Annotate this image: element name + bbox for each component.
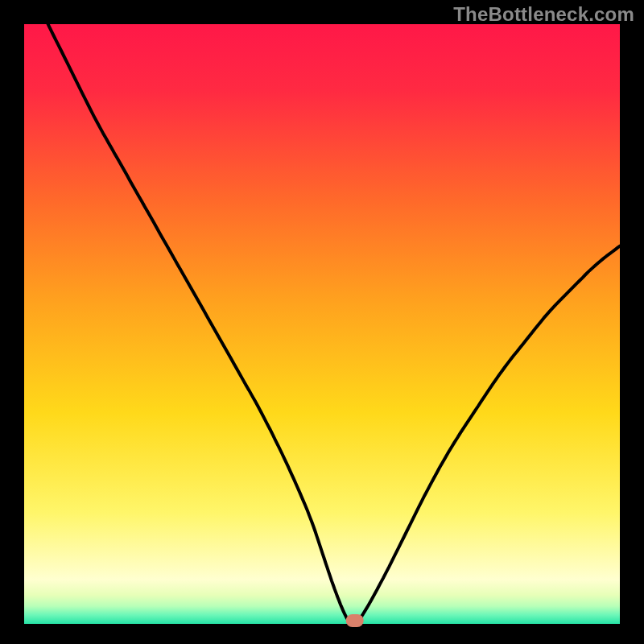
plot-area — [24, 24, 620, 627]
optimal-point-marker — [346, 614, 364, 627]
bottleneck-chart — [0, 0, 644, 644]
chart-container: TheBottleneck.com — [0, 0, 644, 644]
gradient-body — [24, 24, 620, 580]
gradient-bottom-band — [24, 580, 620, 624]
watermark-text: TheBottleneck.com — [453, 3, 634, 26]
